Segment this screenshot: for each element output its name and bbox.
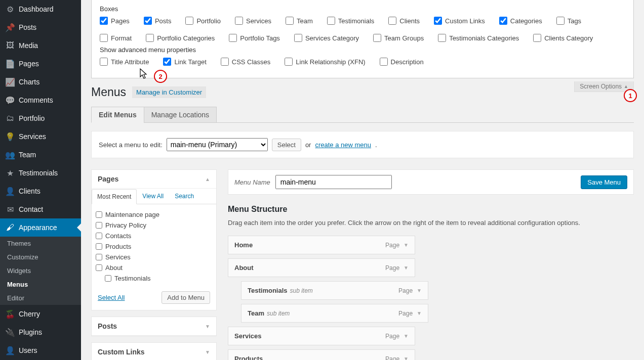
sidebar-item-comments[interactable]: 💬Comments [0,91,81,109]
metabox-custom links-toggle[interactable]: Custom Links▼ [92,343,216,360]
page-checkbox[interactable] [96,233,102,239]
box-option-portfolio-tags[interactable]: Portfolio Tags [229,34,280,42]
box-option-portfolio[interactable]: Portfolio [185,17,221,25]
page-item[interactable]: Services [96,252,212,262]
submenu-item-themes[interactable]: Themes [0,237,81,250]
page-item[interactable]: Contacts [96,231,212,241]
checkbox[interactable] [533,34,541,42]
checkbox[interactable] [163,58,171,66]
box-option-clients[interactable]: Clients [388,17,420,25]
sidebar-item-pages[interactable]: 📄Pages [0,55,81,73]
sidebar-item-plugins[interactable]: 🔌Plugins [0,323,81,341]
page-item[interactable]: Products [96,241,212,252]
menu-item[interactable]: Teamsub itemPage▼ [241,304,428,323]
sidebar-item-posts[interactable]: 📌Posts [0,18,81,36]
checkbox[interactable] [144,17,152,25]
box-option-custom-links[interactable]: Custom Links [434,17,485,25]
triangle-down-icon[interactable]: ▼ [404,333,409,339]
checkbox[interactable] [556,17,565,25]
tab-manage-locations[interactable]: Manage Locations [144,107,217,123]
triangle-down-icon[interactable]: ▼ [404,265,409,271]
checkbox[interactable] [146,34,154,42]
page-checkbox[interactable] [96,254,102,260]
sidebar-item-charts[interactable]: 📈Charts [0,73,81,91]
box-option-tags[interactable]: Tags [556,17,581,25]
page-checkbox[interactable] [96,243,102,250]
tab-edit-menus[interactable]: Edit Menus [91,107,144,123]
menu-item[interactable]: ProductsPage▼ [228,349,415,360]
checkbox[interactable] [100,17,108,25]
adv-option-link-relationship-xfn-[interactable]: Link Relationship (XFN) [285,58,365,66]
metabox-posts-toggle[interactable]: Posts▼ [92,317,216,336]
menu-select[interactable]: main-menu (Primary) [167,138,268,151]
metabox-pages-toggle[interactable]: Pages ▲ [92,170,216,189]
checkbox[interactable] [185,17,193,25]
sidebar-item-users[interactable]: 👤Users [0,341,81,359]
subtab-view-all[interactable]: View All [137,189,169,204]
checkbox[interactable] [380,58,388,66]
submenu-item-customize[interactable]: Customize [0,250,81,264]
box-option-format[interactable]: Format [100,34,132,42]
sidebar-item-dashboard[interactable]: ⚙Dashboard [0,0,81,18]
save-menu-button[interactable]: Save Menu [581,175,627,189]
checkbox[interactable] [373,34,381,42]
sidebar-item-clients[interactable]: 👤Clients [0,182,81,200]
triangle-down-icon[interactable]: ▼ [417,310,422,316]
checkbox[interactable] [434,17,442,25]
checkbox[interactable] [499,17,507,25]
select-button[interactable]: Select [272,139,301,151]
subtab-most-recent[interactable]: Most Recent [92,189,137,204]
triangle-down-icon[interactable]: ▼ [404,242,409,248]
manage-in-customizer-link[interactable]: Manage in Customizer [132,86,206,98]
checkbox[interactable] [221,58,229,66]
sidebar-item-services[interactable]: 💡Services [0,127,81,146]
menu-item[interactable]: Testimonialssub itemPage▼ [241,281,428,300]
triangle-down-icon[interactable]: ▼ [417,288,422,293]
box-option-services[interactable]: Services [235,17,271,25]
page-item[interactable]: Testimonials [96,273,212,284]
checkbox[interactable] [100,34,108,42]
checkbox[interactable] [438,34,446,42]
checkbox[interactable] [294,34,302,42]
submenu-item-menus[interactable]: Menus [0,278,81,291]
page-item[interactable]: Maintenance page [96,209,212,220]
checkbox[interactable] [327,17,335,25]
adv-option-link-target[interactable]: Link Target [163,58,206,66]
sidebar-item-team[interactable]: 👥Team [0,146,81,164]
page-item[interactable]: Privacy Policy [96,220,212,231]
page-checkbox[interactable] [105,275,111,282]
create-new-menu-link[interactable]: create a new menu [315,141,371,149]
checkbox[interactable] [388,17,396,25]
box-option-team-groups[interactable]: Team Groups [373,34,424,42]
sidebar-item-contact[interactable]: ✉Contact [0,200,81,218]
box-option-portfolio-categories[interactable]: Portfolio Categories [146,34,215,42]
checkbox[interactable] [100,58,108,66]
submenu-item-editor[interactable]: Editor [0,291,81,305]
page-item[interactable]: About [96,262,212,273]
box-option-pages[interactable]: Pages [100,17,130,25]
subtab-search[interactable]: Search [169,189,199,204]
page-checkbox[interactable] [96,211,102,218]
screen-options-toggle[interactable]: Screen Options ▲ [574,81,634,92]
box-option-team[interactable]: Team [286,17,313,25]
menu-item[interactable]: ServicesPage▼ [228,327,415,345]
page-checkbox[interactable] [96,222,102,229]
sidebar-item-cherry[interactable]: 🍒Cherry [0,305,81,323]
adv-option-css-classes[interactable]: CSS Classes [221,58,271,66]
checkbox[interactable] [285,58,293,66]
box-option-posts[interactable]: Posts [144,17,172,25]
select-all-link[interactable]: Select All [98,294,125,301]
page-checkbox[interactable] [96,264,102,271]
box-option-testimonials[interactable]: Testimonials [327,17,375,25]
add-to-menu-button[interactable]: Add to Menu [162,291,210,304]
checkbox[interactable] [286,17,294,25]
submenu-item-widgets[interactable]: Widgets [0,264,81,278]
sidebar-item-portfolio[interactable]: 🗂Portfolio [0,109,81,127]
box-option-clients-category[interactable]: Clients Category [533,34,593,42]
menu-name-input[interactable] [275,175,392,189]
menu-item[interactable]: AboutPage▼ [228,258,415,277]
sidebar-item-testimonials[interactable]: ★Testimonials [0,164,81,182]
adv-option-title-attribute[interactable]: Title Attribute [100,58,149,66]
sidebar-item-media[interactable]: 🖼Media [0,36,81,55]
checkbox[interactable] [229,34,237,42]
